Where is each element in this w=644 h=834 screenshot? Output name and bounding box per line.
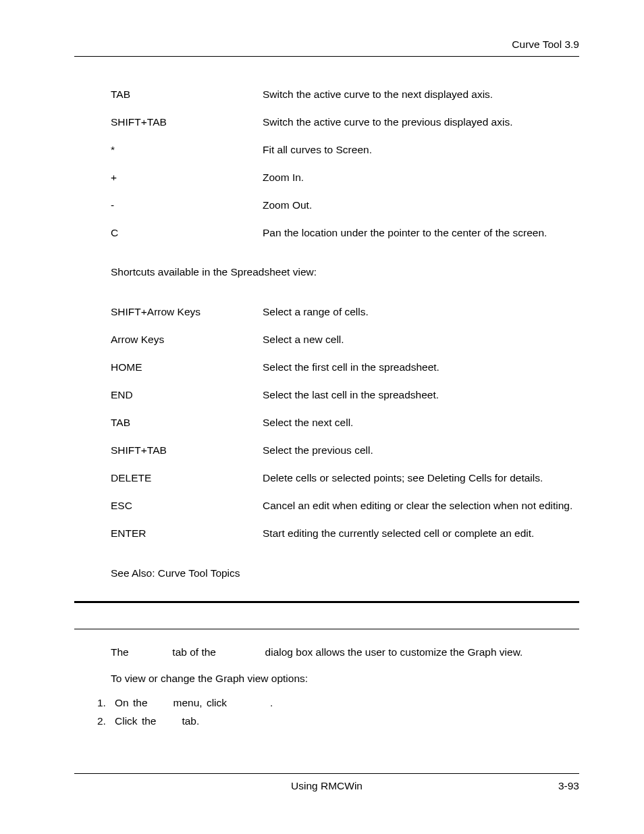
step-body: On themenu, click. (115, 696, 579, 710)
shortcut-description: Zoom Out. (263, 192, 579, 219)
graph-options-line2: To view or change the Graph view options… (111, 672, 579, 686)
text: tab. (182, 715, 199, 727)
running-header: Curve Tool 3.9 (74, 38, 579, 57)
graph-options-steps: 1.On themenu, click.2.Click thetab. (74, 696, 579, 729)
shortcut-key: DELETE (111, 465, 263, 492)
text: On the (115, 697, 148, 708)
text: dialog box allows the user to customize … (265, 646, 523, 658)
shortcut-description: Select the last cell in the spreadsheet. (263, 382, 579, 409)
text: tab of the (172, 646, 216, 658)
text: The (111, 646, 129, 658)
page-footer: Using RMCWin 3-93 (74, 773, 579, 793)
shortcut-row: SHIFT+TABSelect the previous cell. (111, 437, 579, 465)
text: . (270, 697, 273, 708)
shortcut-row: Arrow KeysSelect a new cell. (111, 326, 579, 354)
shortcut-row: SHIFT+TABSwitch the active curve to the … (111, 109, 579, 136)
shortcut-key: ESC (111, 492, 263, 520)
shortcut-key: TAB (111, 81, 263, 109)
shortcut-description: Zoom In. (263, 164, 579, 192)
see-also: See Also: Curve Tool Topics (111, 567, 579, 581)
shortcut-description: Start editing the currently selected cel… (263, 520, 579, 548)
shortcut-row: -Zoom Out. (111, 192, 579, 219)
step-row: 1.On themenu, click. (96, 696, 579, 710)
shortcut-description: Switch the active curve to the next disp… (263, 81, 579, 109)
shortcut-row: SHIFT+Arrow KeysSelect a range of cells. (111, 298, 579, 326)
step-body: Click thetab. (115, 714, 579, 729)
shortcut-row: TABSwitch the active curve to the next d… (111, 81, 579, 109)
footer-center: Using RMCWin (74, 779, 579, 793)
section-divider-thin (74, 629, 579, 629)
shortcut-description: Delete cells or selected points; see Del… (263, 465, 579, 492)
shortcut-row: ENDSelect the last cell in the spreadshe… (111, 382, 579, 409)
shortcut-key: HOME (111, 354, 263, 382)
shortcut-key: SHIFT+Arrow Keys (111, 298, 263, 326)
shortcut-key: + (111, 164, 263, 192)
shortcut-key: - (111, 192, 263, 219)
step-number: 1. (96, 696, 115, 710)
step-number: 2. (96, 714, 115, 729)
spreadsheet-intro: Shortcuts available in the Spreadsheet v… (111, 265, 579, 280)
shortcut-description: Select the first cell in the spreadsheet… (263, 354, 579, 382)
shortcut-key: END (111, 382, 263, 409)
shortcut-description: Select the next cell. (263, 409, 579, 437)
shortcut-row: *Fit all curves to Screen. (111, 136, 579, 164)
section-divider-thick (74, 601, 579, 603)
header-text: Curve Tool 3.9 (512, 38, 579, 50)
shortcut-key: SHIFT+TAB (111, 109, 263, 136)
shortcut-key: TAB (111, 409, 263, 437)
shortcut-description: Pan the location under the pointer to th… (263, 219, 579, 247)
shortcut-key: Arrow Keys (111, 326, 263, 354)
spreadsheet-shortcuts-table: SHIFT+Arrow KeysSelect a range of cells.… (111, 298, 579, 547)
shortcut-description: Select a range of cells. (263, 298, 579, 326)
shortcut-row: ENTERStart editing the currently selecte… (111, 520, 579, 548)
shortcut-description: Select a new cell. (263, 326, 579, 354)
shortcut-key: ENTER (111, 520, 263, 548)
step-row: 2.Click thetab. (96, 714, 579, 729)
shortcut-key: SHIFT+TAB (111, 437, 263, 465)
shortcut-key: * (111, 136, 263, 164)
text: menu, click (173, 697, 227, 708)
shortcut-description: Fit all curves to Screen. (263, 136, 579, 164)
shortcut-row: DELETEDelete cells or selected points; s… (111, 465, 579, 492)
shortcut-description: Switch the active curve to the previous … (263, 109, 579, 136)
graph-options-line1: The tab of the dialog box allows the use… (111, 646, 579, 660)
shortcut-row: CPan the location under the pointer to t… (111, 219, 579, 247)
shortcut-row: ESCCancel an edit when editing or clear … (111, 492, 579, 520)
shortcut-description: Cancel an edit when editing or clear the… (263, 492, 579, 520)
shortcut-row: +Zoom In. (111, 164, 579, 192)
shortcut-row: TABSelect the next cell. (111, 409, 579, 437)
text: Click the (115, 715, 156, 727)
shortcut-key: C (111, 219, 263, 247)
shortcut-description: Select the previous cell. (263, 437, 579, 465)
shortcut-row: HOMESelect the first cell in the spreads… (111, 354, 579, 382)
graph-shortcuts-table: TABSwitch the active curve to the next d… (111, 81, 579, 247)
